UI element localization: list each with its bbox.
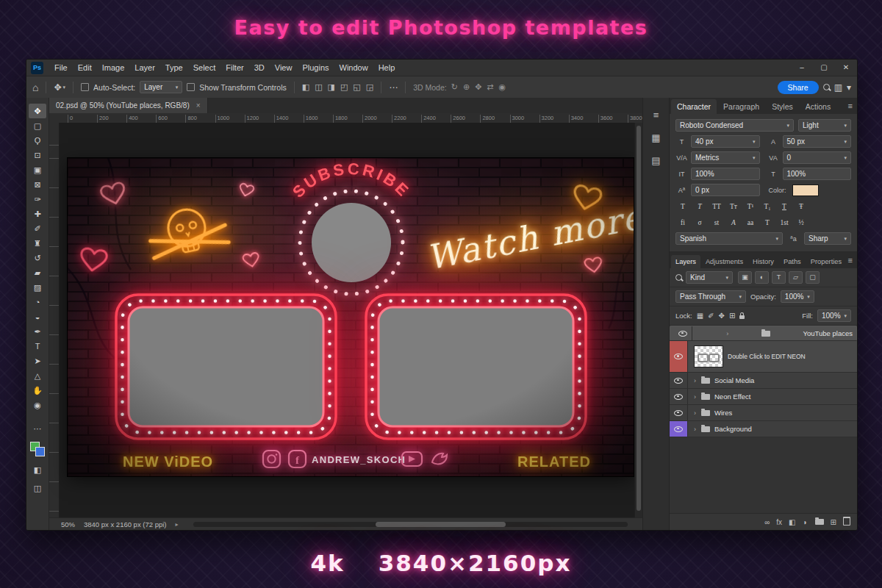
delete-layer-icon[interactable] <box>843 517 850 527</box>
stylistic-alternates-icon[interactable]: aa <box>743 218 758 229</box>
layer-row[interactable]: ›Wires <box>670 405 857 421</box>
maximize-button[interactable]: ▢ <box>813 60 835 76</box>
healing-brush-tool[interactable]: ✚ <box>29 207 46 221</box>
move-tool[interactable]: ✥ <box>29 104 46 118</box>
small-caps-icon[interactable]: Tᴛ <box>726 201 741 212</box>
auto-select-checkbox[interactable] <box>81 83 89 91</box>
tab-layers[interactable]: Layers <box>671 255 700 268</box>
faux-bold-icon[interactable]: T <box>675 201 690 212</box>
menu-filter[interactable]: Filter <box>220 63 248 72</box>
lock-artboard-icon[interactable]: ⊞ <box>729 312 735 320</box>
menu-help[interactable]: Help <box>373 63 401 72</box>
group-caret-icon[interactable]: › <box>690 393 700 401</box>
menu-plugins[interactable]: Plugins <box>297 63 334 72</box>
menu-file[interactable]: File <box>49 63 73 72</box>
3d-slide-icon[interactable]: ⇄ <box>487 82 493 92</box>
3d-orbit-icon[interactable]: ↻ <box>451 82 458 92</box>
superscript-icon[interactable]: T¹ <box>743 201 758 212</box>
tab-character[interactable]: Character <box>671 99 717 114</box>
align-left-icon[interactable]: ◧ <box>302 82 309 92</box>
new-group-icon[interactable] <box>814 518 824 526</box>
clone-stamp-tool[interactable]: ♜ <box>29 236 46 251</box>
font-family-select[interactable]: Roboto Condensed▾ <box>675 119 794 132</box>
filter-pixel-layers-icon[interactable]: ▣ <box>738 271 752 284</box>
eraser-tool[interactable]: ▰ <box>29 265 46 280</box>
align-bottom-icon[interactable]: ◲ <box>366 82 373 92</box>
lock-transparency-icon[interactable]: ▦ <box>697 312 703 320</box>
swatches-panel-icon[interactable]: ▦ <box>651 132 660 143</box>
menu-select[interactable]: Select <box>188 63 221 72</box>
text-color-swatch[interactable] <box>792 184 819 196</box>
adjustment-layer-icon[interactable]: ◑ <box>803 518 807 526</box>
show-transform-checkbox[interactable] <box>187 83 195 91</box>
font-size-select[interactable]: 40 px▾ <box>691 135 760 148</box>
brush-tool[interactable]: ✐ <box>29 221 46 236</box>
tracking-select[interactable]: 0▾ <box>783 151 852 164</box>
tab-paragraph[interactable]: Paragraph <box>717 99 765 114</box>
horizontal-scale-field[interactable]: 100% <box>783 168 852 180</box>
menu-window[interactable]: Window <box>334 63 373 72</box>
tab-properties[interactable]: Properties <box>806 255 846 268</box>
menu-layer[interactable]: Layer <box>129 63 160 72</box>
group-caret-icon[interactable]: › <box>690 409 700 417</box>
font-style-select[interactable]: Light▾ <box>798 119 851 132</box>
minimize-button[interactable]: – <box>791 60 813 76</box>
close-button[interactable]: ✕ <box>835 60 857 76</box>
fractions-icon[interactable]: ½ <box>794 218 808 229</box>
rectangular-marquee-tool[interactable]: ▢ <box>29 118 46 133</box>
menu-view[interactable]: View <box>270 63 298 72</box>
document-tab[interactable]: 02.psd @ 50% (YouTube places, RGB/8) × <box>49 98 208 113</box>
layer-row[interactable]: ›Background <box>670 421 857 437</box>
layer-row[interactable]: ›YouTube places <box>670 326 857 341</box>
background-color-swatch[interactable] <box>35 447 45 456</box>
vertical-scale-field[interactable]: 100% <box>691 168 760 180</box>
align-center-horizontal-icon[interactable]: ◫ <box>315 82 322 92</box>
hand-tool[interactable]: ✋ <box>29 383 46 398</box>
tab-history[interactable]: History <box>748 255 778 268</box>
crop-tool[interactable]: ▣ <box>29 162 46 177</box>
layer-row[interactable]: Double Click to EDIT NEON <box>670 341 857 373</box>
layer-row[interactable]: ›Social Media <box>670 373 857 389</box>
search-icon[interactable] <box>823 84 830 90</box>
menu-type[interactable]: Type <box>160 63 188 72</box>
lasso-tool[interactable]: Ϙ <box>29 133 46 148</box>
pen-tool[interactable]: ✒ <box>29 324 46 339</box>
filter-shape-layers-icon[interactable]: ▱ <box>789 271 803 284</box>
path-selection-tool[interactable]: ➤ <box>29 354 46 368</box>
align-center-vertical-icon[interactable]: ◱ <box>353 82 360 92</box>
group-caret-icon[interactable]: › <box>690 426 700 433</box>
subscript-icon[interactable]: T₁ <box>760 201 775 212</box>
3d-pan-icon[interactable]: ✥ <box>475 82 481 92</box>
blend-mode-select[interactable]: Pass Through▾ <box>675 290 746 303</box>
visibility-toggle[interactable] <box>670 341 688 372</box>
link-layers-icon[interactable]: ∞ <box>764 518 770 526</box>
all-caps-icon[interactable]: TT <box>709 201 724 212</box>
align-right-icon[interactable]: ◨ <box>328 82 335 92</box>
3d-roll-icon[interactable]: ⊕ <box>463 82 470 92</box>
edit-toolbar-icon[interactable]: ⋯ <box>29 421 46 436</box>
panel-menu-icon[interactable]: ≡ <box>848 101 853 110</box>
menu-image[interactable]: Image <box>97 63 130 72</box>
screen-mode-icon[interactable]: ◫ <box>29 481 46 495</box>
zoom-level[interactable]: 50% <box>61 520 75 528</box>
strikethrough-icon[interactable]: Ŧ <box>794 201 808 212</box>
faux-italic-icon[interactable]: T <box>692 201 707 212</box>
visibility-toggle[interactable] <box>670 389 688 404</box>
object-selection-tool[interactable]: ⊡ <box>29 148 46 162</box>
lock-position-icon[interactable]: ✥ <box>719 312 725 320</box>
libraries-panel-icon[interactable]: ▤ <box>651 155 660 166</box>
chevron-down-icon[interactable]: ▾ <box>847 82 851 93</box>
history-brush-tool[interactable]: ↺ <box>29 251 46 265</box>
antialias-select[interactable]: Sharp▾ <box>804 232 851 245</box>
frame-tool[interactable]: ⊠ <box>29 177 46 192</box>
quick-mask-icon[interactable]: ◧ <box>29 462 46 477</box>
layer-filter-kind-select[interactable]: Kind▾ <box>686 271 733 284</box>
eyedropper-tool[interactable]: ✑ <box>29 192 46 207</box>
group-caret-icon[interactable]: › <box>723 330 732 337</box>
contextual-alternates-icon[interactable]: σ <box>692 218 707 229</box>
menu-edit[interactable]: Edit <box>73 63 97 72</box>
visibility-toggle[interactable] <box>670 373 688 388</box>
gradient-tool[interactable]: ▨ <box>29 280 46 295</box>
properties-panel-icon[interactable]: ≡ <box>653 110 659 121</box>
vertical-scrollbar[interactable] <box>634 123 642 518</box>
